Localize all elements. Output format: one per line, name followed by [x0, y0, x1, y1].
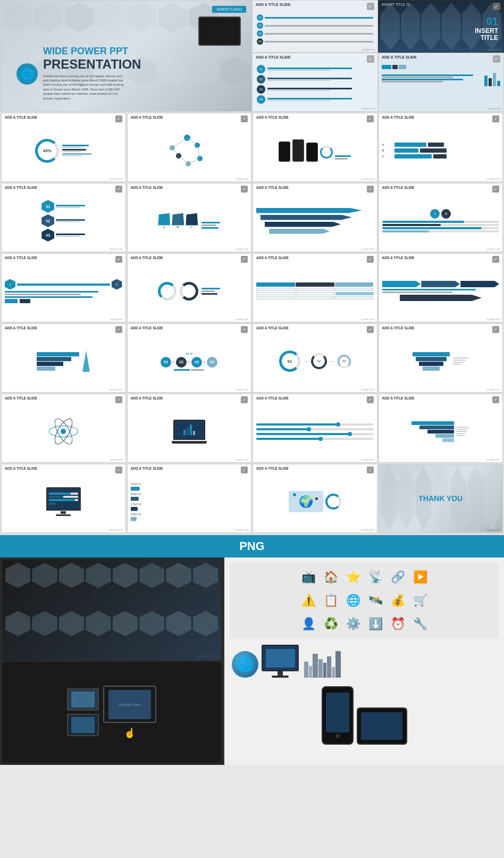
- slide-visual-network: [128, 113, 251, 181]
- slide-check: ✓: [115, 326, 122, 333]
- slide-check: ✓: [241, 326, 248, 333]
- slide-visual-pyramid: [2, 324, 125, 392]
- slide-visual-atom: [2, 394, 125, 462]
- slide-card-donut[interactable]: ADD A TITLE SLIDE ✓ asadal.com: [127, 253, 252, 322]
- slide-card-label: ADD A TITLE SLIDE: [5, 467, 37, 470]
- icon-satellite: 🛰️: [365, 590, 385, 611]
- top-small-slide-2[interactable]: INSERT TITLE 72 ✓ 01 INSERTTITLE asadal.…: [378, 0, 504, 53]
- slide-card-label: ADD A TITLE SLIDE: [131, 326, 163, 330]
- slide-card-sliders[interactable]: ADD A TITLE SLIDE ✓ asadal.com: [253, 394, 377, 463]
- slide-check: ✓: [241, 186, 248, 193]
- watermark-4: asadal.com: [488, 107, 501, 110]
- slide-card-laptop[interactable]: ADD A TITLE SLIDE ✓ asadal.com: [127, 394, 252, 463]
- slide-card-infosteps[interactable]: ADD A TITLE SLIDE ✓ 1 2: [1, 253, 126, 322]
- slide-card-radial[interactable]: ADD A TITLE SLIDE ✓ 45% asadal.com: [1, 113, 126, 182]
- slide-card-label: ADD A TITLE SLIDE: [256, 467, 289, 470]
- slide-check: ✓: [367, 326, 374, 333]
- slide-card-pyramid[interactable]: ADD A TITLE SLIDE ✓: [1, 323, 126, 393]
- main-slide-title: WIDE POWER PPT: [43, 46, 141, 57]
- slide-card-worldmap[interactable]: ADD A TITLE SLIDE ✓ 🌍 asadal.com: [253, 464, 377, 533]
- icon-rss: 📡: [365, 567, 385, 587]
- slide-card-label: ADD A TITLE SLIDE: [256, 115, 289, 119]
- slide-visual-worldmap: 🌍: [253, 464, 377, 532]
- tech-images: 🌐: [230, 643, 499, 680]
- top-small-slide-4[interactable]: ADD A TITLE SLIDE ✓: [378, 53, 504, 112]
- insert-logo-button[interactable]: INSERT LOGO: [212, 6, 246, 13]
- png-devices: asadal.com ☝: [2, 662, 221, 763]
- icon-tv: 📺: [298, 567, 318, 587]
- icon-clock: ⏰: [388, 614, 408, 634]
- icon-wrench: 🔧: [410, 614, 430, 634]
- slide-card-pyrbars[interactable]: ADD A TITLE SLIDE ✓: [379, 394, 503, 463]
- slide-visual-sliders: [253, 394, 377, 462]
- watermark-3: asadal.com: [362, 107, 375, 110]
- slide-card-label: ADD A TITLE SLIDE: [5, 186, 37, 189]
- slide-card-cubes[interactable]: ADD A TITLE SLIDE ✓ A B C: [127, 183, 252, 252]
- watermark-slide: asadal.com: [235, 388, 249, 391]
- png-left-panel: asadal.com asadal.com: [0, 557, 223, 765]
- slide-visual-laptop: [128, 394, 251, 462]
- slide-card-stepcircles[interactable]: ADD A TITLE SLIDE ✓ 01 V 01 02 03 04: [127, 323, 252, 393]
- slide-check: ✓: [115, 186, 122, 193]
- svg-line-1: [187, 138, 197, 145]
- slide-label: ADD A TITLE SLIDE: [256, 3, 291, 6]
- slide-check: ✓: [492, 186, 499, 193]
- icon-home: 🏠: [321, 567, 341, 587]
- watermark-slide: asadal.com: [110, 458, 123, 461]
- slide-card-arrows[interactable]: ADD A TITLE SLIDE ✓ asadal.com: [253, 183, 377, 252]
- icon-warning: ⚠️: [298, 590, 318, 611]
- icon-star: ⭐: [343, 567, 363, 587]
- slide-card-chevron[interactable]: ADD A TITLE SLIDE ✓ asadal.com: [379, 253, 503, 322]
- slide-check: ✓: [241, 396, 248, 403]
- slide-card-funnel[interactable]: ADD A TITLE SLIDE ✓: [379, 323, 503, 393]
- slide-card-donutprocess[interactable]: ADD A TITLE SLIDE ✓ S1 → S2 → S3 a: [253, 323, 377, 393]
- slide-card-thankyou[interactable]: THANK YOU asadal.com: [379, 464, 503, 533]
- mobile-devices: [230, 684, 499, 747]
- watermark-slide: asadal.com: [235, 458, 249, 461]
- slide-card-ribbonsteps[interactable]: ADD A TITLE SLIDE ✓ STEP 01 STEP 02 STEP…: [127, 464, 252, 533]
- top-small-slide-3[interactable]: ADD A TITLE SLIDE ✓ 01 02 03: [252, 53, 378, 112]
- main-slide-body: Asadal has been running one of the bigge…: [43, 74, 128, 101]
- watermark-slide: asadal.com: [486, 177, 500, 180]
- slide-card-label: ADD A TITLE SLIDE: [382, 396, 415, 400]
- top-small-slide-1[interactable]: ADD A TITLE SLIDE ✓ 01 02 03 04 asadal.c…: [252, 0, 378, 53]
- watermark-slide: asadal.com: [361, 247, 375, 251]
- icon-globe: 🌐: [343, 590, 363, 611]
- slide-card-network[interactable]: ADD A TITLE SLIDE ✓: [127, 113, 252, 182]
- slide-card-hexsteps[interactable]: ADD A TITLE SLIDE ✓ 01 02 03: [1, 183, 126, 252]
- slide-card-label: ADD A TITLE SLIDE: [382, 326, 415, 330]
- icon-share: 🔗: [388, 567, 408, 587]
- watermark-slide: asadal.com: [361, 458, 375, 461]
- watermark-slide: asadal.com: [235, 247, 249, 251]
- slide-check: ✓: [115, 467, 122, 473]
- slide-card-label: ADD A TITLE SLIDE: [5, 256, 37, 260]
- slide-visual-bars: A B C: [379, 113, 503, 181]
- slide-card-monitor[interactable]: ADD A TITLE SLIDE ✓ 300% as: [1, 464, 126, 533]
- slide-label-4: ADD A TITLE SLIDE: [382, 55, 417, 59]
- watermark-slide: asadal.com: [486, 318, 500, 321]
- slide-check: ✓: [367, 467, 374, 473]
- slide-card-phones[interactable]: ADD A TITLE SLIDE ✓ asadal.com: [253, 113, 377, 182]
- check-badge-3: ✓: [367, 55, 374, 63]
- watermark-slide: asadal.com: [235, 177, 249, 180]
- slide-card-progress[interactable]: ADD A TITLE SLIDE ✓ A B asadal.com: [379, 183, 503, 252]
- main-slide-subtitle: PRESENTATION: [43, 57, 141, 72]
- svg-marker-6: [82, 351, 90, 372]
- slide-visual-tablestats: [253, 254, 377, 322]
- slide-visual-donutprocess: S1 → S2 → S3: [253, 324, 377, 392]
- icon-download: ⬇️: [365, 614, 385, 634]
- main-slide[interactable]: INSERT LOGO 🌐 WIDE POWER PPT PRESENTATIO…: [0, 0, 252, 112]
- monitor-3d: [262, 645, 299, 678]
- slide-visual-hexsteps: 01 02 03: [2, 184, 125, 252]
- watermark-slide: asadal.com: [235, 528, 249, 531]
- slide-visual-monitor: 300%: [2, 464, 125, 532]
- icon-user-plus: 👤: [298, 614, 318, 634]
- svg-line-4: [179, 156, 188, 164]
- slide-card-bars[interactable]: ADD A TITLE SLIDE ✓ A B C: [379, 113, 503, 182]
- slide-card-tablestats[interactable]: ADD A TITLE SLIDE ✓: [253, 253, 377, 322]
- png-right-panel: 📺 🏠 ⭐ 📡 🔗 ▶️ ⚠️ 📋 🌐 🛰️ 💰 🛒: [224, 557, 504, 765]
- slide-card-label: ADD A TITLE SLIDE: [131, 186, 163, 189]
- slide-card-atom[interactable]: ADD A TITLE SLIDE ✓ asadal.com: [1, 394, 126, 463]
- icon-clipboard: 📋: [321, 590, 341, 611]
- slide-card-label: ADD A TITLE SLIDE: [382, 115, 415, 119]
